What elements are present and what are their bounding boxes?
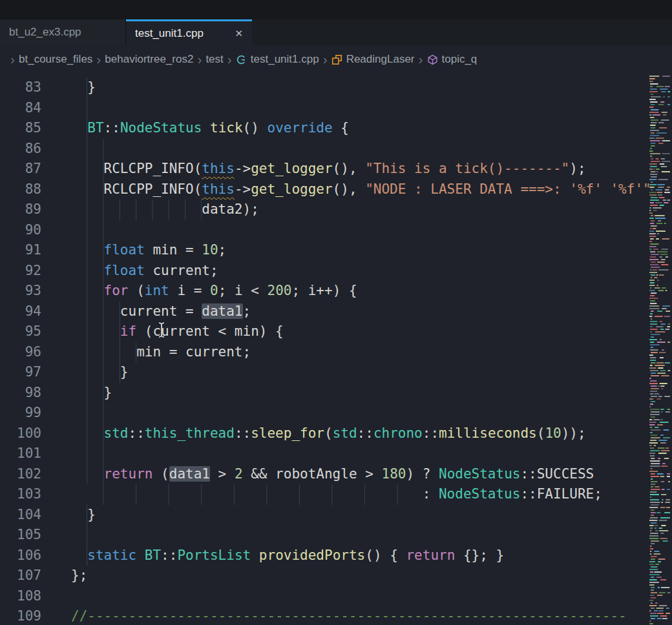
code-token: current = xyxy=(120,303,202,319)
code-line[interactable]: 103 : NodeStatus::FAILURE; xyxy=(0,484,649,505)
code-lines: 83 }84 85 BT::NodeStatus tick() override… xyxy=(0,77,649,625)
code-token: ::FAILURE; xyxy=(520,486,602,502)
code-line[interactable]: 92 float current; xyxy=(0,261,649,282)
code-token: milliseconds xyxy=(439,425,537,441)
code-line[interactable]: 96 min = current; xyxy=(0,342,649,363)
code-line[interactable]: 84 xyxy=(0,98,649,119)
breadcrumb-item[interactable]: behaviortree_ros2 xyxy=(105,53,193,66)
code-token: :: xyxy=(104,120,120,136)
code-token: "NODE : LASER DATA ===>: '%f' '%f'" xyxy=(365,181,649,197)
line-number: 94 xyxy=(0,302,41,322)
breadcrumb-separator-icon: › xyxy=(10,52,15,66)
code-text: } xyxy=(71,77,96,98)
code-token: chrono xyxy=(373,425,423,441)
tab-bar: bt_u2_ex3.cpp test_unit1.cpp ✕ xyxy=(0,19,672,45)
code-token: 180 xyxy=(381,466,406,482)
line-number: 108 xyxy=(0,586,41,607)
code-line[interactable]: 94 current = data1; xyxy=(0,302,649,322)
code-line[interactable]: 100 std::this_thread::sleep_for(std::chr… xyxy=(0,424,649,444)
code-line[interactable]: 91 float min = 10; xyxy=(0,240,649,261)
code-line[interactable]: 107}; xyxy=(0,566,649,586)
code-token: ; xyxy=(218,242,227,258)
code-line[interactable]: 90 xyxy=(0,220,649,241)
tab-bt-u2-ex3[interactable]: bt_u2_ex3.cpp xyxy=(0,19,126,45)
code-token: min = xyxy=(145,242,202,258)
code-token xyxy=(71,525,96,546)
code-line[interactable]: 88 RCLCPP_INFO(this->get_logger(), "NODE… xyxy=(0,179,649,200)
code-text xyxy=(71,98,96,119)
code-token: ( xyxy=(152,466,169,482)
title-bar xyxy=(0,0,672,19)
code-token: "This is a tick()-------" xyxy=(365,161,569,176)
code-text: RCLCPP_INFO(this->get_logger(), "NODE : … xyxy=(71,179,649,200)
code-line[interactable]: 99 xyxy=(0,403,649,424)
code-line[interactable]: 89 data2); xyxy=(0,200,649,220)
code-editor: 83 }84 85 BT::NodeStatus tick() override… xyxy=(0,74,649,625)
code-line[interactable]: 87 RCLCPP_INFO(this->get_logger(), "This… xyxy=(0,159,649,179)
code-token xyxy=(71,322,120,342)
highlighted-word: data1 xyxy=(202,303,242,319)
code-line[interactable]: 104 } xyxy=(0,505,649,526)
code-token: return xyxy=(104,466,153,482)
cpp-file-icon xyxy=(236,54,247,65)
code-line[interactable]: 101 xyxy=(0,444,649,464)
code-line[interactable]: 93 for (int i = 0; i < 200; i++) { xyxy=(0,281,649,302)
breadcrumb-item[interactable]: bt_course_files xyxy=(19,53,92,66)
code-token: current; xyxy=(145,263,218,278)
code-token: BT xyxy=(87,120,103,136)
code-text xyxy=(71,525,96,546)
breadcrumb-item[interactable]: ReadingLaser xyxy=(331,53,415,66)
breadcrumb-separator-icon: › xyxy=(323,52,328,66)
code-token: :: xyxy=(357,425,373,441)
code-token xyxy=(71,424,104,444)
code-token: NodeStatus xyxy=(120,120,202,136)
code-text: return (data1 > 2 && robotAngle > 180) ?… xyxy=(71,464,594,485)
line-number: 92 xyxy=(0,261,41,282)
code-token: min = current; xyxy=(136,344,251,360)
code-token: && robotAngle > xyxy=(243,466,382,482)
minimap[interactable] xyxy=(649,74,672,625)
code-token xyxy=(71,403,104,424)
line-number: 89 xyxy=(0,200,41,220)
code-line[interactable]: 83 } xyxy=(0,77,649,98)
close-icon[interactable]: ✕ xyxy=(235,28,243,39)
code-line[interactable]: 98 } xyxy=(0,383,649,404)
code-token: )); xyxy=(562,425,586,441)
code-token xyxy=(71,118,87,139)
code-token: ( xyxy=(324,425,333,441)
code-text: float current; xyxy=(71,261,218,282)
code-line[interactable]: 109//-----------------------------------… xyxy=(0,606,649,625)
code-token xyxy=(71,362,120,383)
code-line[interactable]: 86 xyxy=(0,139,649,159)
code-token xyxy=(71,77,87,98)
code-line[interactable]: 97 } xyxy=(0,362,649,383)
code-token xyxy=(71,220,104,241)
breadcrumb-item[interactable]: test xyxy=(205,53,223,66)
line-number: 88 xyxy=(0,179,41,200)
line-number: 109 xyxy=(0,606,41,625)
tab-test-unit1[interactable]: test_unit1.cpp ✕ xyxy=(126,19,252,45)
code-token: return xyxy=(406,548,455,563)
line-number: 85 xyxy=(0,118,41,139)
code-token: float xyxy=(104,263,145,278)
code-token xyxy=(71,342,136,363)
code-token: } xyxy=(104,385,112,400)
code-token xyxy=(202,120,210,136)
code-token: }; xyxy=(71,568,87,583)
line-number: 99 xyxy=(0,403,41,424)
code-token xyxy=(71,240,104,261)
code-line[interactable]: 105 xyxy=(0,525,649,546)
code-token: if xyxy=(120,323,136,339)
code-line[interactable]: 108 xyxy=(0,586,649,607)
code-token: 200 xyxy=(267,283,291,298)
code-line[interactable]: 102 return (data1 > 2 && robotAngle > 18… xyxy=(0,464,649,485)
code-line[interactable]: 95 if (current < min) { xyxy=(0,322,649,342)
code-line[interactable]: 106 static BT::PortsList providedPorts()… xyxy=(0,546,649,566)
line-number: 107 xyxy=(0,566,41,586)
code-token: NodeStatus xyxy=(439,486,520,502)
tab-label: test_unit1.cpp xyxy=(135,27,204,40)
code-line[interactable]: 85 BT::NodeStatus tick() override { xyxy=(0,118,649,139)
breadcrumb-item[interactable]: topic_q xyxy=(427,53,478,66)
breadcrumb-item[interactable]: test_unit1.cpp xyxy=(236,53,319,66)
code-text: } xyxy=(71,505,96,526)
